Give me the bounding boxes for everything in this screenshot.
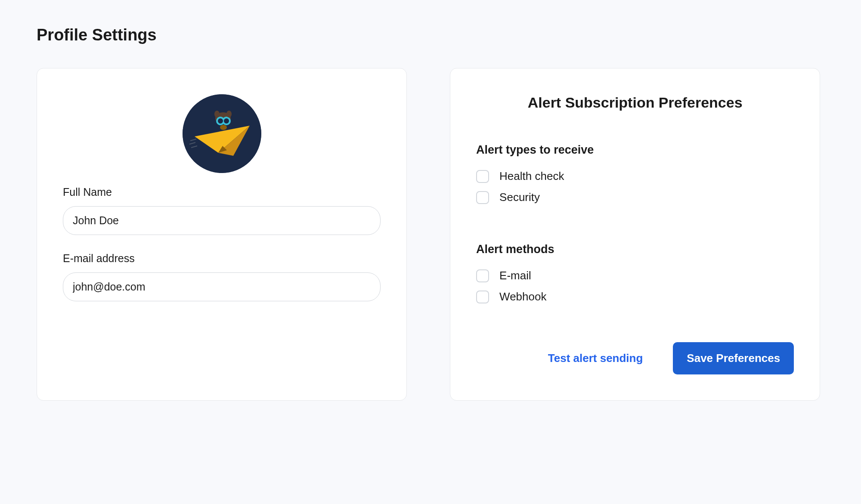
full-name-group: Full Name: [63, 186, 381, 235]
save-preferences-button[interactable]: Save Preferences: [673, 342, 794, 374]
alert-methods-heading: Alert methods: [476, 243, 794, 256]
svg-point-7: [218, 118, 223, 124]
avatar-icon: [183, 94, 261, 173]
alert-types-group: Alert types to receive Health check Secu…: [476, 143, 794, 204]
svg-point-11: [220, 125, 227, 130]
email-label: E-mail address: [63, 252, 381, 265]
cards-container: Full Name E-mail address Alert Subscript…: [37, 68, 824, 401]
webhook-method-label[interactable]: Webhook: [499, 290, 546, 303]
health-check-checkbox[interactable]: [476, 170, 489, 183]
button-row: Test alert sending Save Preferences: [476, 342, 794, 374]
full-name-label: Full Name: [63, 186, 381, 198]
profile-card: Full Name E-mail address: [37, 68, 407, 401]
email-method-label[interactable]: E-mail: [499, 269, 531, 282]
health-check-label[interactable]: Health check: [499, 170, 564, 183]
alerts-card: Alert Subscription Preferences Alert typ…: [450, 68, 820, 401]
svg-point-8: [224, 118, 229, 124]
avatar-wrapper: [63, 94, 381, 173]
webhook-checkbox[interactable]: [476, 291, 489, 303]
svg-point-10: [226, 111, 232, 117]
alert-method-row: Webhook: [476, 290, 794, 303]
alerts-title: Alert Subscription Preferences: [476, 94, 794, 111]
page-title: Profile Settings: [37, 26, 824, 44]
svg-point-9: [214, 111, 220, 117]
alert-types-heading: Alert types to receive: [476, 143, 794, 157]
security-label[interactable]: Security: [499, 191, 540, 204]
security-checkbox[interactable]: [476, 191, 489, 204]
alert-type-row: Security: [476, 191, 794, 204]
full-name-field[interactable]: [63, 206, 381, 235]
email-group: E-mail address: [63, 252, 381, 301]
alert-type-row: Health check: [476, 170, 794, 183]
email-field[interactable]: [63, 272, 381, 301]
alert-method-row: E-mail: [476, 269, 794, 282]
email-checkbox[interactable]: [476, 269, 489, 282]
avatar[interactable]: [183, 94, 261, 173]
alert-methods-group: Alert methods E-mail Webhook: [476, 243, 794, 303]
test-alert-button[interactable]: Test alert sending: [548, 352, 643, 365]
